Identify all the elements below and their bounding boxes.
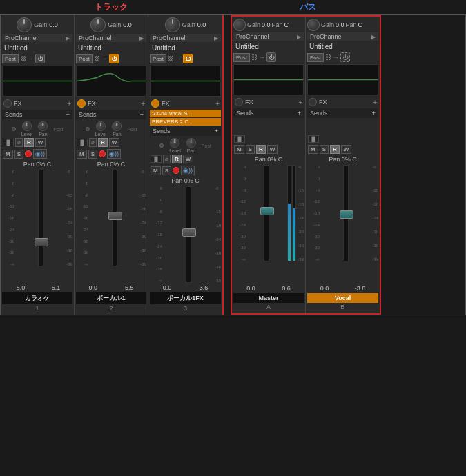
fx-plugin-breverb[interactable]: BREVERB 2 C... xyxy=(150,118,221,126)
fader-handle-3[interactable] xyxy=(182,228,196,237)
bus-name-untitled-b: Untitled xyxy=(307,42,378,51)
record-arm-3[interactable]: R xyxy=(172,155,182,163)
fx-power-3[interactable] xyxy=(151,99,159,108)
channel-bus-b: Gain 0.0 Pan C ProChannel ▶ Untitled Pos… xyxy=(306,17,380,313)
fx-power-2[interactable] xyxy=(77,99,86,108)
post-btn-a[interactable]: Post xyxy=(233,53,250,62)
fader-handle-2[interactable] xyxy=(108,212,122,220)
send-knob-level-1[interactable] xyxy=(22,121,32,131)
fader-area-3: 60-6-12-18-24-30-36-∞ -6-15-18-24-30-36-… xyxy=(150,186,221,283)
solo-btn-a[interactable]: S xyxy=(246,145,255,154)
solo-btn-b[interactable]: S xyxy=(320,145,329,154)
fader-area-a: 60-6-12-18-24-30-36-∞ xyxy=(233,165,304,284)
arrow-icon-1: → xyxy=(28,55,34,62)
record-btn-3[interactable] xyxy=(173,167,179,174)
gain-knob-a[interactable] xyxy=(233,19,246,31)
sends-row-3: Sends + xyxy=(150,126,221,136)
mute-btn-3[interactable]: M xyxy=(151,166,161,175)
prochannel-1[interactable]: ProChannel ▶ xyxy=(2,34,72,42)
record-btn-1[interactable] xyxy=(25,150,32,157)
post-btn-3[interactable]: Post xyxy=(150,54,166,63)
input-meter-b[interactable]: ▐▌ xyxy=(308,135,319,143)
mute-btn-b[interactable]: M xyxy=(308,145,318,154)
solo-btn-2[interactable]: S xyxy=(88,150,97,159)
input-meter-1[interactable]: ▐▌ xyxy=(3,139,14,146)
phase-btn-1[interactable]: ⌀ xyxy=(15,138,23,147)
fx-label-1: FX xyxy=(14,100,65,107)
gain-knob-3[interactable] xyxy=(165,17,180,32)
bus-section: Gain 0.0 Pan C ProChannel ▶ Untitled Pos… xyxy=(231,15,381,315)
sends-plus-3[interactable]: + xyxy=(215,128,218,135)
fader-handle-a[interactable] xyxy=(260,207,274,215)
send-knob-level-3[interactable] xyxy=(170,138,179,148)
fader-rail-3[interactable] xyxy=(186,186,191,283)
send-knob-pan-2[interactable] xyxy=(112,121,122,131)
meter-fill-a-left xyxy=(288,204,291,261)
fx-power-b[interactable] xyxy=(309,98,317,106)
input-meter-a[interactable]: ▐▌ xyxy=(234,135,245,143)
post-btn-b[interactable]: Post xyxy=(307,53,324,62)
send-knob-level-2[interactable] xyxy=(96,121,106,131)
fader-rail-b[interactable] xyxy=(343,165,349,261)
fx-power-1[interactable] xyxy=(3,99,12,108)
record-btn-2[interactable] xyxy=(99,150,106,157)
record-arm-b[interactable]: R xyxy=(330,145,340,154)
fader-handle-1[interactable] xyxy=(35,238,48,246)
fader-area-1: 60-6-12-18-24-30-36-∞ -6-15-18-24-30-36-… xyxy=(2,170,72,283)
chain-icon-1: ⛓ xyxy=(20,55,26,62)
monitor-btn-3[interactable]: ◉)) xyxy=(181,166,195,175)
sends-plus-a[interactable]: + xyxy=(298,110,301,117)
gain-knob-2[interactable] xyxy=(90,17,106,32)
power-btn-3[interactable]: ⏻ xyxy=(183,54,193,63)
power-btn-a[interactable]: ⏻ xyxy=(266,52,276,62)
sends-plus-2[interactable]: + xyxy=(140,111,144,118)
fx-plus-3[interactable]: + xyxy=(215,100,220,108)
fader-rail-2[interactable] xyxy=(112,170,117,266)
fx-plus-1[interactable]: + xyxy=(67,100,71,108)
fx-plus-b[interactable]: + xyxy=(373,99,377,106)
input-meter-2[interactable]: ▐▌ xyxy=(77,139,88,146)
sends-plus-b[interactable]: + xyxy=(372,110,376,117)
ch-number-b: B xyxy=(307,303,378,311)
send-knob-pan-3[interactable] xyxy=(186,138,196,148)
prochannel-2[interactable]: ProChannel ▶ xyxy=(76,34,146,42)
fader-rail-1[interactable] xyxy=(38,170,43,266)
record-arm-a[interactable]: R xyxy=(256,145,266,154)
monitor-btn-2[interactable]: ◉)) xyxy=(107,149,121,159)
write-btn-3[interactable]: W xyxy=(183,155,194,163)
solo-btn-3[interactable]: S xyxy=(162,166,171,175)
gain-knob-1[interactable] xyxy=(17,17,32,32)
monitor-btn-1[interactable]: ◉)) xyxy=(33,149,47,159)
fx-power-a[interactable] xyxy=(235,98,243,106)
post-btn-2[interactable]: Post xyxy=(76,54,93,63)
fx-plugin-vx64[interactable]: VX-64 Vocal S... xyxy=(150,110,221,117)
prochannel-b[interactable]: ProChannel ▶ xyxy=(307,32,378,41)
power-btn-b[interactable]: ⏻ xyxy=(340,52,350,62)
write-btn-a[interactable]: W xyxy=(267,145,278,154)
send-knob-pan-1[interactable] xyxy=(38,121,48,131)
fx-plus-2[interactable]: + xyxy=(141,100,145,108)
write-btn-2[interactable]: W xyxy=(109,138,120,147)
fader-handle-b[interactable] xyxy=(340,210,353,219)
gain-knob-b[interactable] xyxy=(307,19,320,31)
fx-plus-a[interactable]: + xyxy=(298,99,302,106)
write-btn-b[interactable]: W xyxy=(341,145,352,154)
solo-btn-1[interactable]: S xyxy=(14,150,23,159)
prochannel-3[interactable]: ProChannel ▶ xyxy=(150,34,221,42)
record-arm-2[interactable]: R xyxy=(98,138,108,147)
record-arm-1[interactable]: R xyxy=(24,138,34,147)
mute-btn-2[interactable]: M xyxy=(77,150,87,159)
post-btn-1[interactable]: Post xyxy=(2,54,19,63)
input-meter-3[interactable]: ▐▌ xyxy=(151,155,162,163)
mute-btn-a[interactable]: M xyxy=(234,145,244,154)
power-btn-2[interactable]: ⏻ xyxy=(109,54,119,63)
prochannel-a[interactable]: ProChannel ▶ xyxy=(233,32,304,41)
phase-btn-2[interactable]: ⌀ xyxy=(89,138,97,147)
sends-plus-1[interactable]: + xyxy=(66,111,70,118)
phase-btn-3[interactable]: ⌀ xyxy=(163,155,171,163)
power-btn-1[interactable]: ⏻ xyxy=(35,54,45,63)
write-btn-1[interactable]: W xyxy=(35,138,46,147)
mute-btn-1[interactable]: M xyxy=(3,150,13,159)
eq-display-3 xyxy=(150,66,221,97)
fader-rail-a[interactable] xyxy=(264,165,269,261)
